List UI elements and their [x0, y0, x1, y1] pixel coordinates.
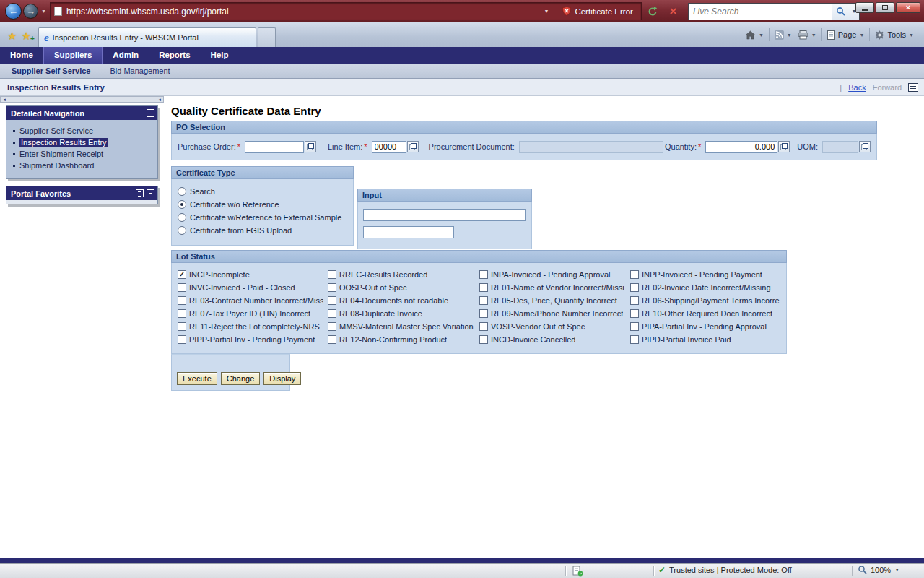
lot-status-item-inpp[interactable]: INPP-Invoiced - Pending Payment: [630, 268, 786, 281]
print-dropdown-icon[interactable]: ▼: [811, 33, 816, 38]
execute-button[interactable]: Execute: [177, 372, 217, 385]
tools-dropdown-icon[interactable]: ▼: [909, 33, 914, 38]
list-view-icon[interactable]: [136, 189, 144, 197]
menu-item-help[interactable]: Help: [201, 47, 239, 64]
radio-icon[interactable]: [178, 200, 186, 209]
display-button[interactable]: Display: [263, 372, 301, 385]
checkbox-icon[interactable]: [479, 309, 488, 318]
lot-status-item-re06[interactable]: RE06-Shipping/Payment Terms Incorre: [630, 294, 786, 307]
lot-status-item-re04[interactable]: RE04-Documents not readable: [328, 294, 479, 307]
checkbox-icon[interactable]: [630, 270, 639, 279]
new-tab-button[interactable]: [258, 27, 276, 47]
checkbox-icon[interactable]: [328, 322, 336, 331]
refresh-button[interactable]: [644, 2, 662, 20]
history-dropdown-icon[interactable]: ▼: [41, 9, 46, 14]
checkbox-icon[interactable]: [630, 296, 639, 305]
radio-icon[interactable]: [178, 213, 186, 222]
lot-status-item-mmsv[interactable]: MMSV-Material Master Spec Variation: [328, 320, 479, 333]
radio-icon[interactable]: [178, 187, 186, 196]
input-field-2[interactable]: [363, 226, 454, 238]
checkbox-icon[interactable]: [328, 296, 336, 305]
checkbox-icon[interactable]: [479, 296, 488, 305]
certificate-type-option-search[interactable]: Search: [178, 185, 353, 198]
lot-status-item-invc[interactable]: INVC-Invoiced - Paid - Closed: [178, 281, 328, 294]
forward-button[interactable]: →: [23, 4, 38, 19]
menu-item-suppliers[interactable]: Suppliers: [43, 47, 103, 64]
menu-item-home[interactable]: Home: [0, 47, 43, 64]
menu-item-admin[interactable]: Admin: [103, 47, 149, 64]
checkbox-icon[interactable]: [630, 322, 639, 331]
value-help-icon[interactable]: [407, 141, 419, 152]
browser-tab[interactable]: e Inspection Results Entry - WBSCM Porta…: [38, 27, 256, 47]
checkbox-icon[interactable]: [178, 283, 186, 292]
address-bar[interactable]: https://wbscmint.wbscm.usda.gov/irj/port…: [50, 2, 642, 20]
print-button[interactable]: ▼: [795, 22, 819, 47]
portal-back-link[interactable]: Back: [848, 83, 866, 92]
back-button[interactable]: ←: [5, 3, 22, 20]
minimize-button[interactable]: [855, 2, 874, 13]
checkbox-icon[interactable]: [630, 335, 639, 344]
address-dropdown-icon[interactable]: ▼: [544, 9, 549, 14]
checkbox-icon[interactable]: ✓: [178, 270, 186, 279]
checkbox-icon[interactable]: [479, 322, 488, 331]
collapse-panel-icon[interactable]: [147, 109, 154, 117]
lot-status-item-re09[interactable]: RE09-Name/Phone Number Incorrect: [479, 307, 630, 320]
close-button[interactable]: ×: [896, 2, 920, 13]
lot-status-item-re12[interactable]: RE12-Non-Confirming Product: [328, 333, 479, 346]
checkbox-icon[interactable]: [178, 335, 186, 344]
lot-status-item-re01[interactable]: RE01-Name of Vendor Incorrect/Missi: [479, 281, 630, 294]
checkbox-icon[interactable]: [178, 322, 186, 331]
tools-menu-button[interactable]: Tools ▼: [872, 22, 917, 47]
lot-status-item-re05[interactable]: RE05-Des, Price, Quantity Incorrect: [479, 294, 630, 307]
lot-status-item-pipd[interactable]: PIPD-Partial Invoice Paid: [630, 333, 786, 346]
home-button[interactable]: ▼: [742, 22, 767, 47]
lot-status-item-re03[interactable]: RE03-Contract Number Incorrect/Miss: [178, 294, 328, 307]
radio-icon[interactable]: [178, 226, 186, 235]
sidebar-scrollbar[interactable]: ◄ ◄: [0, 96, 164, 103]
certificate-error-badge[interactable]: Certificate Error: [554, 3, 641, 20]
checkbox-icon[interactable]: [178, 296, 186, 305]
certificate-type-option-certificate-w-reference-to-external-sample[interactable]: Certificate w/Reference to External Samp…: [178, 211, 353, 224]
lot-status-item-rrec[interactable]: RREC-Results Recorded: [328, 268, 479, 281]
page-options-icon[interactable]: [908, 83, 918, 92]
menu-item-reports[interactable]: Reports: [149, 47, 200, 64]
zoom-control[interactable]: 100% ▼: [858, 565, 899, 574]
stop-button[interactable]: ×: [664, 2, 682, 20]
checkbox-icon[interactable]: [328, 270, 336, 279]
checkbox-icon[interactable]: [630, 309, 639, 318]
value-help-icon[interactable]: [778, 141, 790, 152]
lot-status-item-re10[interactable]: RE10-Other Required Docn Incorrect: [630, 307, 786, 320]
search-icon[interactable]: [832, 4, 849, 20]
collapse-panel-icon[interactable]: [147, 189, 154, 197]
value-help-icon[interactable]: [859, 141, 871, 152]
purchase-order-input[interactable]: [245, 141, 304, 153]
checkbox-icon[interactable]: [178, 309, 186, 318]
page-menu-button[interactable]: Page ▼: [824, 22, 868, 47]
scroll-left-icon[interactable]: ◄: [2, 98, 6, 102]
feeds-button[interactable]: ▼: [772, 22, 795, 47]
certificate-type-option-certificate-w-o-reference[interactable]: Certificate w/o Reference: [178, 198, 353, 211]
lot-status-item-pipp[interactable]: PIPP-Partial Inv - Pending Payment: [178, 333, 328, 346]
lot-status-item-re02[interactable]: RE02-Invoice Date Incorrect/Missing: [630, 281, 786, 294]
maximize-button[interactable]: [876, 2, 894, 13]
lot-status-item-re11[interactable]: RE11-Reject the Lot completely-NRS: [178, 320, 328, 333]
checkbox-icon[interactable]: [328, 283, 336, 292]
quantity-input[interactable]: [705, 141, 777, 153]
scroll-right-icon[interactable]: ◄: [157, 98, 162, 102]
sidebar-item-shipment-dashboard[interactable]: Shipment Dashboard: [6, 160, 157, 171]
sidebar-item-inspection-results-entry[interactable]: Inspection Results Entry: [6, 137, 157, 148]
lot-status-item-incd[interactable]: INCD-Invoice Cancelled: [479, 333, 630, 346]
value-help-icon[interactable]: [305, 141, 316, 152]
lot-status-item-re07[interactable]: RE07-Tax Payer ID (TIN) Incorrect: [178, 307, 328, 320]
submenu-item-supplier-self-service[interactable]: Supplier Self Service: [12, 66, 90, 75]
submenu-item-bid-management[interactable]: Bid Management: [110, 66, 170, 75]
lot-status-item-incp[interactable]: ✓INCP-Incomplete: [178, 268, 328, 281]
certificate-type-option-certificate-from-fgis-upload[interactable]: Certificate from FGIS Upload: [178, 224, 353, 237]
change-button[interactable]: Change: [221, 372, 261, 385]
checkbox-icon[interactable]: [630, 283, 639, 292]
lot-status-item-inpa[interactable]: INPA-Invoiced - Pending Approval: [479, 268, 630, 281]
checkbox-icon[interactable]: [479, 335, 488, 344]
add-favorite-icon[interactable]: ★: [21, 30, 30, 41]
input-field-1[interactable]: [363, 209, 526, 221]
search-input[interactable]: [689, 7, 832, 17]
